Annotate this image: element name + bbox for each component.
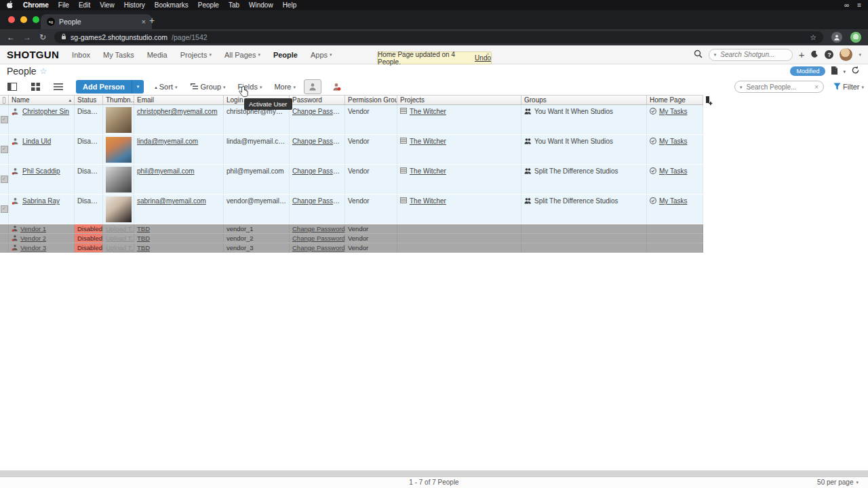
menu-help[interactable]: Help	[283, 0, 297, 10]
back-icon[interactable]	[7, 33, 15, 41]
url-omnibox[interactable]: sg-games2.shotgunstudio.com/page/1542	[54, 31, 823, 43]
email-link[interactable]: TBD	[137, 235, 150, 242]
project-link[interactable]: The Witcher	[410, 138, 446, 145]
person-name-link[interactable]: Vendor 2	[20, 235, 46, 242]
forward-icon[interactable]	[23, 33, 31, 41]
dark-mode-moon-icon[interactable]	[810, 50, 818, 60]
add-new-icon[interactable]	[799, 49, 805, 60]
person-name-link[interactable]: Christopher Sin	[22, 108, 69, 115]
table-row[interactable]: Linda Uld Disabled linda@myemail.com lin…	[0, 135, 703, 165]
person-name-link[interactable]: Vendor 3	[20, 244, 46, 251]
minimize-window-button[interactable]	[20, 16, 27, 23]
column-header-permission-group[interactable]: Permission Group	[345, 96, 397, 104]
global-search-input[interactable]	[719, 50, 776, 59]
upload-thumbnail-link[interactable]: Upload T...	[106, 244, 134, 251]
new-tab-button[interactable]	[149, 15, 155, 26]
column-header-status[interactable]: Status	[75, 96, 103, 104]
user-avatar[interactable]	[840, 48, 852, 61]
email-link[interactable]: sabrina@myemail.com	[137, 197, 206, 205]
filter-button[interactable]: Filter	[833, 83, 864, 92]
table-row-selected[interactable]: Vendor 1 Disabled Upload T... TBD vendor…	[0, 224, 703, 234]
thumbnail-image[interactable]	[106, 167, 132, 192]
chevron-down-icon[interactable]	[859, 52, 861, 57]
group-button[interactable]: Group	[191, 83, 225, 91]
control-center-icon[interactable]	[857, 1, 861, 9]
tab-close-icon[interactable]	[142, 18, 146, 26]
thumbnail-view-icon[interactable]	[27, 80, 43, 94]
row-checkbox[interactable]	[1, 205, 8, 213]
chevron-down-icon[interactable]	[740, 85, 743, 89]
page-settings-icon[interactable]	[831, 65, 837, 77]
email-link[interactable]: TBD	[137, 244, 150, 251]
nav-my-tasks[interactable]: My Tasks	[103, 51, 134, 59]
menu-edit[interactable]: Edit	[79, 0, 90, 10]
home-page-link[interactable]: My Tasks	[659, 108, 688, 115]
chevron-down-icon[interactable]	[714, 52, 717, 57]
upload-thumbnail-link[interactable]: Upload T...	[106, 225, 134, 232]
nav-media[interactable]: Media	[147, 51, 167, 59]
add-person-button[interactable]: Add Person	[76, 80, 132, 94]
close-window-button[interactable]	[8, 16, 15, 23]
column-header-email[interactable]: Email	[134, 96, 224, 104]
change-password-link[interactable]: Change Password	[292, 138, 345, 145]
sort-button[interactable]: Sort	[155, 83, 177, 91]
add-person-dropdown-icon[interactable]	[132, 80, 144, 94]
people-search-input[interactable]	[745, 83, 804, 92]
list-view-icon[interactable]	[4, 80, 20, 94]
row-checkbox[interactable]	[1, 146, 8, 153]
reload-icon[interactable]	[39, 33, 46, 41]
person-name-link[interactable]: Linda Uld	[22, 138, 51, 145]
change-password-link[interactable]: Change Password	[292, 197, 345, 205]
column-header-thumbnail[interactable]: Thumbn...	[103, 96, 134, 104]
browser-account-avatar[interactable]	[850, 32, 861, 43]
home-page-link[interactable]: My Tasks	[659, 138, 688, 145]
nav-projects[interactable]: Projects	[180, 51, 212, 59]
per-page-selector[interactable]: 50 per page	[817, 479, 859, 486]
email-link[interactable]: christopher@myemail.com	[137, 108, 218, 115]
thumbnail-image[interactable]	[106, 197, 132, 222]
column-header-password[interactable]: Password	[290, 96, 345, 104]
bookmark-star-icon[interactable]	[810, 33, 816, 42]
menu-bookmarks[interactable]: Bookmarks	[155, 0, 189, 10]
menu-people[interactable]: People	[198, 0, 219, 10]
home-page-link[interactable]: My Tasks	[659, 197, 688, 205]
activate-user-button[interactable]	[304, 79, 321, 94]
menu-chrome[interactable]: Chrome	[23, 0, 49, 10]
deactivate-user-button[interactable]	[328, 80, 344, 94]
home-page-link[interactable]: My Tasks	[659, 167, 688, 175]
change-password-link[interactable]: Change Password	[292, 225, 345, 232]
favorite-star-icon[interactable]	[40, 66, 47, 76]
toast-close-icon[interactable]	[486, 51, 490, 57]
table-row[interactable]: Phil Scaddip Disabled phil@myemail.com p…	[0, 165, 703, 195]
nav-all-pages[interactable]: All Pages	[224, 51, 260, 59]
browser-profile-icon[interactable]	[831, 32, 842, 43]
shotgun-logo[interactable]: SHOTGUN	[7, 49, 59, 60]
change-password-link[interactable]: Change Password	[292, 235, 345, 242]
change-password-link[interactable]: Change Password	[292, 108, 345, 115]
chevron-down-icon[interactable]	[843, 69, 846, 74]
email-link[interactable]: TBD	[137, 225, 150, 232]
zoom-window-button[interactable]	[33, 16, 39, 23]
menu-history[interactable]: History	[124, 0, 145, 10]
column-header-name[interactable]: Name	[9, 96, 75, 104]
screen-share-icon[interactable]	[844, 1, 849, 9]
menu-view[interactable]: View	[100, 0, 115, 10]
person-name-link[interactable]: Sabrina Ray	[22, 197, 60, 205]
person-name-link[interactable]: Vendor 1	[20, 225, 46, 232]
table-row-selected[interactable]: Vendor 2 Disabled Upload T... TBD vendor…	[0, 234, 703, 243]
project-link[interactable]: The Witcher	[410, 197, 446, 205]
column-header-home-page[interactable]: Home Page	[647, 96, 703, 104]
column-header-groups[interactable]: Groups	[521, 96, 647, 104]
menu-tab[interactable]: Tab	[229, 0, 239, 10]
refresh-icon[interactable]	[851, 65, 860, 77]
row-checkbox[interactable]	[1, 116, 8, 123]
help-icon[interactable]: ?	[825, 50, 833, 59]
detail-view-icon[interactable]	[50, 80, 66, 94]
change-password-link[interactable]: Change Password	[292, 244, 345, 251]
add-column-icon[interactable]	[705, 96, 713, 108]
browser-tab[interactable]: sg People	[41, 14, 152, 29]
project-link[interactable]: The Witcher	[410, 167, 446, 175]
change-password-link[interactable]: Change Password	[292, 167, 345, 175]
clear-search-icon[interactable]	[814, 83, 818, 91]
email-link[interactable]: phil@myemail.com	[137, 167, 195, 175]
